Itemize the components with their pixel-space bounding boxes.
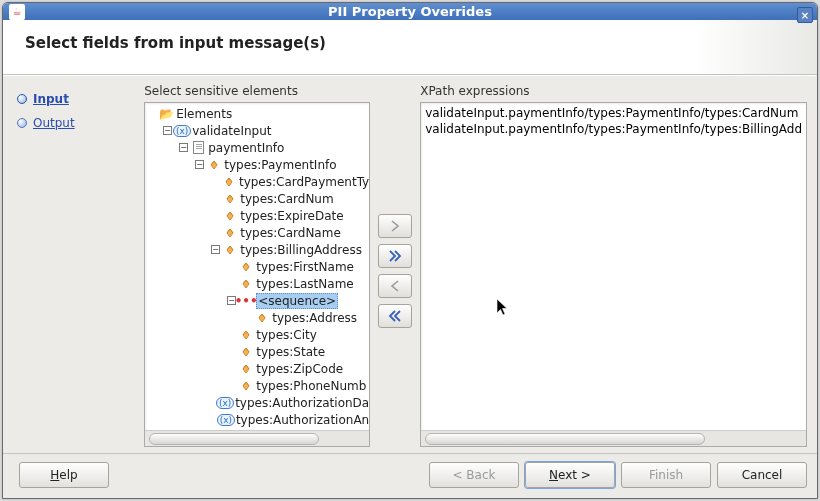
elements-tree-panel[interactable]: 📂Elements−(x)validateInput−paymentInfo−t… xyxy=(144,102,370,447)
tree-node-label: Elements xyxy=(176,107,232,121)
tree-node-label: types:ZipCode xyxy=(256,362,343,376)
tree-node-label: types:CardNum xyxy=(240,192,333,206)
xpath-item[interactable]: validateInput.paymentInfo/types:PaymentI… xyxy=(421,105,806,121)
element-icon xyxy=(206,157,222,173)
collapse-icon[interactable]: − xyxy=(195,160,204,169)
wizard-step-input[interactable]: Input xyxy=(11,90,134,108)
tree-row[interactable]: −•••<sequence> xyxy=(145,292,369,309)
tree-node-label: types:PhoneNumb xyxy=(256,379,366,393)
element-icon xyxy=(238,259,254,275)
tree-column: Select sensitive elements 📂Elements−(x)v… xyxy=(144,84,370,447)
close-button[interactable]: × xyxy=(797,7,813,23)
tree-row[interactable]: −paymentInfo xyxy=(145,139,369,156)
xpath-column: XPath expressions validateInput.paymentI… xyxy=(420,84,807,447)
element-icon xyxy=(222,191,238,207)
folder-icon: 📂 xyxy=(158,106,174,122)
variable-icon: (x) xyxy=(218,412,234,428)
page-header: Select fields from input message(s) xyxy=(3,20,817,75)
step-bullet-icon xyxy=(17,94,27,104)
tree-row[interactable]: types:CardPaymentTy xyxy=(145,173,369,190)
tree-node-label: types:ExpireDate xyxy=(240,209,343,223)
scrollbar-thumb[interactable] xyxy=(425,433,705,445)
tree-node-label: types:PaymentInfo xyxy=(224,158,336,172)
remove-all-button[interactable] xyxy=(378,304,412,328)
tree-row[interactable]: −types:PaymentInfo xyxy=(145,156,369,173)
collapse-icon[interactable]: − xyxy=(163,126,172,135)
collapse-icon[interactable]: − xyxy=(179,143,188,152)
page-title: Select fields from input message(s) xyxy=(25,34,326,52)
tree-row[interactable]: types:FirstName xyxy=(145,258,369,275)
next-button[interactable]: Next > xyxy=(525,462,615,488)
element-icon xyxy=(222,242,238,258)
tree-row[interactable]: types:ExpireDate xyxy=(145,207,369,224)
element-icon xyxy=(222,225,238,241)
collapse-icon[interactable]: − xyxy=(211,245,220,254)
element-icon xyxy=(238,378,254,394)
tree-node-label: types:State xyxy=(256,345,325,359)
tree-header: Select sensitive elements xyxy=(144,84,370,98)
xpath-item[interactable]: validateInput.paymentInfo/types:PaymentI… xyxy=(421,121,806,137)
tree-node-label: types:LastName xyxy=(256,277,354,291)
transfer-buttons xyxy=(378,214,412,447)
dialog-body: InputOutput Select sensitive elements 📂E… xyxy=(3,75,817,453)
scrollbar-thumb[interactable] xyxy=(149,433,319,445)
dialog-footer: Help < Back Next > Finish Cancel xyxy=(3,453,817,498)
java-icon: ☕ xyxy=(9,4,25,20)
tree-node-label: types:BillingAddress xyxy=(240,243,362,257)
tree-row[interactable]: (x)types:AuthorizationAn xyxy=(145,411,369,428)
document-icon xyxy=(190,140,206,156)
element-icon xyxy=(238,276,254,292)
content-area: Select sensitive elements 📂Elements−(x)v… xyxy=(142,76,817,453)
wizard-step-output[interactable]: Output xyxy=(11,114,134,132)
element-icon xyxy=(238,344,254,360)
tree-row[interactable]: types:PhoneNumb xyxy=(145,377,369,394)
element-icon xyxy=(222,208,238,224)
tree-node-label: types:AuthorizationAn xyxy=(236,413,369,427)
finish-button[interactable]: Finish xyxy=(621,462,711,488)
element-icon xyxy=(238,361,254,377)
variable-icon: (x) xyxy=(174,123,190,139)
xpath-header: XPath expressions xyxy=(420,84,807,98)
elements-tree[interactable]: 📂Elements−(x)validateInput−paymentInfo−t… xyxy=(145,103,369,430)
tree-node-label: types:CardPaymentTy xyxy=(239,175,369,189)
tree-row[interactable]: types:City xyxy=(145,326,369,343)
tree-row[interactable]: −types:BillingAddress xyxy=(145,241,369,258)
add-button[interactable] xyxy=(378,214,412,238)
tree-hscrollbar[interactable] xyxy=(145,430,369,446)
tree-node-label: types:City xyxy=(256,328,317,342)
back-button[interactable]: < Back xyxy=(429,462,519,488)
tree-row[interactable]: types:CardName xyxy=(145,224,369,241)
xpath-list[interactable]: validateInput.paymentInfo/types:PaymentI… xyxy=(421,103,806,430)
add-all-button[interactable] xyxy=(378,244,412,268)
tree-node-label: <sequence> xyxy=(256,293,338,309)
step-link[interactable]: Input xyxy=(33,92,69,106)
tree-row[interactable]: 📂Elements xyxy=(145,105,369,122)
element-icon xyxy=(254,310,270,326)
wizard-steps-sidebar: InputOutput xyxy=(3,76,142,453)
cancel-button[interactable]: Cancel xyxy=(717,462,807,488)
remove-button[interactable] xyxy=(378,274,412,298)
tree-row[interactable]: types:Address xyxy=(145,309,369,326)
window-title: PII Property Overrides xyxy=(3,4,817,19)
titlebar[interactable]: ☕ PII Property Overrides × xyxy=(3,3,817,20)
sequence-icon: ••• xyxy=(238,293,254,309)
tree-row[interactable]: types:LastName xyxy=(145,275,369,292)
variable-icon: (x) xyxy=(217,395,233,411)
element-icon xyxy=(221,174,237,190)
help-button[interactable]: Help xyxy=(19,462,109,488)
tree-node-label: types:CardName xyxy=(240,226,341,240)
dialog-window: ☕ PII Property Overrides × Select fields… xyxy=(2,2,818,499)
tree-row[interactable]: types:ZipCode xyxy=(145,360,369,377)
step-link[interactable]: Output xyxy=(33,116,75,130)
tree-row[interactable]: −(x)validateInput xyxy=(145,122,369,139)
step-bullet-icon xyxy=(17,118,27,128)
xpath-hscrollbar[interactable] xyxy=(421,430,806,446)
tree-row[interactable]: (x)types:AuthorizationDa xyxy=(145,394,369,411)
tree-node-label: types:AuthorizationDa xyxy=(235,396,369,410)
tree-row[interactable]: types:State xyxy=(145,343,369,360)
tree-row[interactable]: types:CardNum xyxy=(145,190,369,207)
tree-node-label: types:Address xyxy=(272,311,357,325)
xpath-list-panel[interactable]: validateInput.paymentInfo/types:PaymentI… xyxy=(420,102,807,447)
tree-node-label: paymentInfo xyxy=(208,141,284,155)
element-icon xyxy=(238,327,254,343)
